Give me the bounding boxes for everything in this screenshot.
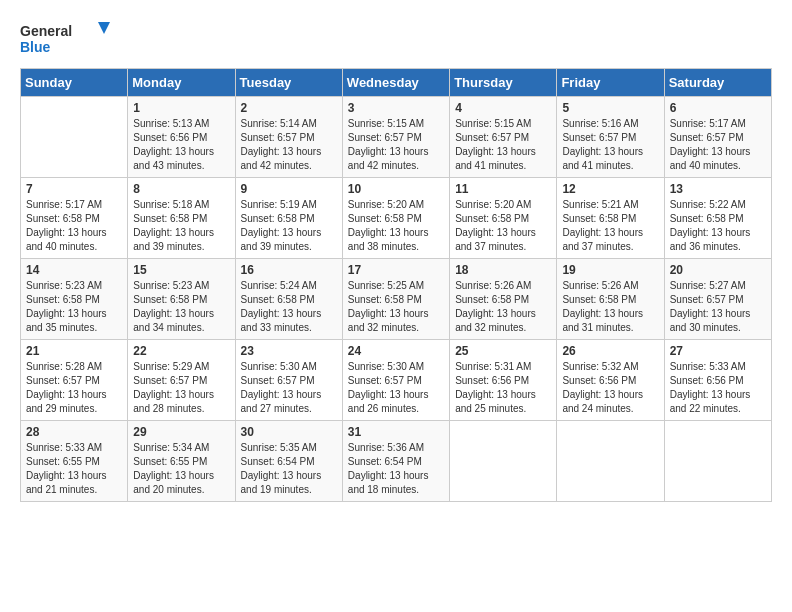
day-info: Sunrise: 5:16 AMSunset: 6:57 PMDaylight:… xyxy=(562,117,658,173)
day-number: 14 xyxy=(26,263,122,277)
calendar-cell: 5Sunrise: 5:16 AMSunset: 6:57 PMDaylight… xyxy=(557,97,664,178)
calendar-cell: 13Sunrise: 5:22 AMSunset: 6:58 PMDayligh… xyxy=(664,178,771,259)
day-number: 13 xyxy=(670,182,766,196)
calendar-cell: 15Sunrise: 5:23 AMSunset: 6:58 PMDayligh… xyxy=(128,259,235,340)
calendar-cell: 3Sunrise: 5:15 AMSunset: 6:57 PMDaylight… xyxy=(342,97,449,178)
day-info: Sunrise: 5:26 AMSunset: 6:58 PMDaylight:… xyxy=(562,279,658,335)
calendar-cell: 24Sunrise: 5:30 AMSunset: 6:57 PMDayligh… xyxy=(342,340,449,421)
day-info: Sunrise: 5:27 AMSunset: 6:57 PMDaylight:… xyxy=(670,279,766,335)
day-info: Sunrise: 5:35 AMSunset: 6:54 PMDaylight:… xyxy=(241,441,337,497)
weekday-header-sunday: Sunday xyxy=(21,69,128,97)
day-info: Sunrise: 5:18 AMSunset: 6:58 PMDaylight:… xyxy=(133,198,229,254)
calendar-cell: 16Sunrise: 5:24 AMSunset: 6:58 PMDayligh… xyxy=(235,259,342,340)
day-number: 17 xyxy=(348,263,444,277)
svg-marker-2 xyxy=(98,22,110,34)
calendar-cell: 30Sunrise: 5:35 AMSunset: 6:54 PMDayligh… xyxy=(235,421,342,502)
calendar-cell xyxy=(21,97,128,178)
day-number: 22 xyxy=(133,344,229,358)
calendar-cell: 29Sunrise: 5:34 AMSunset: 6:55 PMDayligh… xyxy=(128,421,235,502)
calendar-cell: 12Sunrise: 5:21 AMSunset: 6:58 PMDayligh… xyxy=(557,178,664,259)
day-info: Sunrise: 5:33 AMSunset: 6:55 PMDaylight:… xyxy=(26,441,122,497)
day-info: Sunrise: 5:29 AMSunset: 6:57 PMDaylight:… xyxy=(133,360,229,416)
day-number: 10 xyxy=(348,182,444,196)
week-row-3: 14Sunrise: 5:23 AMSunset: 6:58 PMDayligh… xyxy=(21,259,772,340)
day-info: Sunrise: 5:25 AMSunset: 6:58 PMDaylight:… xyxy=(348,279,444,335)
calendar-cell xyxy=(557,421,664,502)
day-info: Sunrise: 5:24 AMSunset: 6:58 PMDaylight:… xyxy=(241,279,337,335)
calendar-cell: 26Sunrise: 5:32 AMSunset: 6:56 PMDayligh… xyxy=(557,340,664,421)
calendar-cell xyxy=(450,421,557,502)
day-number: 23 xyxy=(241,344,337,358)
calendar-cell: 25Sunrise: 5:31 AMSunset: 6:56 PMDayligh… xyxy=(450,340,557,421)
logo: General Blue xyxy=(20,20,110,58)
day-number: 8 xyxy=(133,182,229,196)
svg-text:General: General xyxy=(20,23,72,39)
day-number: 18 xyxy=(455,263,551,277)
day-info: Sunrise: 5:13 AMSunset: 6:56 PMDaylight:… xyxy=(133,117,229,173)
week-row-5: 28Sunrise: 5:33 AMSunset: 6:55 PMDayligh… xyxy=(21,421,772,502)
day-number: 7 xyxy=(26,182,122,196)
calendar-cell: 18Sunrise: 5:26 AMSunset: 6:58 PMDayligh… xyxy=(450,259,557,340)
day-info: Sunrise: 5:17 AMSunset: 6:58 PMDaylight:… xyxy=(26,198,122,254)
weekday-header-thursday: Thursday xyxy=(450,69,557,97)
day-info: Sunrise: 5:30 AMSunset: 6:57 PMDaylight:… xyxy=(241,360,337,416)
day-number: 3 xyxy=(348,101,444,115)
week-row-2: 7Sunrise: 5:17 AMSunset: 6:58 PMDaylight… xyxy=(21,178,772,259)
calendar-cell: 17Sunrise: 5:25 AMSunset: 6:58 PMDayligh… xyxy=(342,259,449,340)
calendar-cell: 4Sunrise: 5:15 AMSunset: 6:57 PMDaylight… xyxy=(450,97,557,178)
weekday-header-tuesday: Tuesday xyxy=(235,69,342,97)
weekday-header-monday: Monday xyxy=(128,69,235,97)
day-number: 20 xyxy=(670,263,766,277)
calendar-cell: 23Sunrise: 5:30 AMSunset: 6:57 PMDayligh… xyxy=(235,340,342,421)
week-row-1: 1Sunrise: 5:13 AMSunset: 6:56 PMDaylight… xyxy=(21,97,772,178)
day-info: Sunrise: 5:22 AMSunset: 6:58 PMDaylight:… xyxy=(670,198,766,254)
day-info: Sunrise: 5:15 AMSunset: 6:57 PMDaylight:… xyxy=(348,117,444,173)
day-info: Sunrise: 5:19 AMSunset: 6:58 PMDaylight:… xyxy=(241,198,337,254)
day-number: 28 xyxy=(26,425,122,439)
weekday-header-row: SundayMondayTuesdayWednesdayThursdayFrid… xyxy=(21,69,772,97)
calendar-cell: 20Sunrise: 5:27 AMSunset: 6:57 PMDayligh… xyxy=(664,259,771,340)
logo-svg: General Blue xyxy=(20,20,110,58)
calendar-cell: 28Sunrise: 5:33 AMSunset: 6:55 PMDayligh… xyxy=(21,421,128,502)
day-number: 19 xyxy=(562,263,658,277)
day-number: 1 xyxy=(133,101,229,115)
calendar-cell: 31Sunrise: 5:36 AMSunset: 6:54 PMDayligh… xyxy=(342,421,449,502)
day-number: 6 xyxy=(670,101,766,115)
day-number: 2 xyxy=(241,101,337,115)
day-info: Sunrise: 5:20 AMSunset: 6:58 PMDaylight:… xyxy=(348,198,444,254)
day-number: 11 xyxy=(455,182,551,196)
calendar-cell: 11Sunrise: 5:20 AMSunset: 6:58 PMDayligh… xyxy=(450,178,557,259)
calendar-cell: 21Sunrise: 5:28 AMSunset: 6:57 PMDayligh… xyxy=(21,340,128,421)
weekday-header-friday: Friday xyxy=(557,69,664,97)
day-info: Sunrise: 5:23 AMSunset: 6:58 PMDaylight:… xyxy=(133,279,229,335)
week-row-4: 21Sunrise: 5:28 AMSunset: 6:57 PMDayligh… xyxy=(21,340,772,421)
day-info: Sunrise: 5:36 AMSunset: 6:54 PMDaylight:… xyxy=(348,441,444,497)
calendar-cell: 14Sunrise: 5:23 AMSunset: 6:58 PMDayligh… xyxy=(21,259,128,340)
day-number: 9 xyxy=(241,182,337,196)
calendar-cell: 7Sunrise: 5:17 AMSunset: 6:58 PMDaylight… xyxy=(21,178,128,259)
day-number: 15 xyxy=(133,263,229,277)
page-header: General Blue xyxy=(20,20,772,58)
day-info: Sunrise: 5:28 AMSunset: 6:57 PMDaylight:… xyxy=(26,360,122,416)
day-number: 30 xyxy=(241,425,337,439)
calendar-cell: 6Sunrise: 5:17 AMSunset: 6:57 PMDaylight… xyxy=(664,97,771,178)
day-info: Sunrise: 5:23 AMSunset: 6:58 PMDaylight:… xyxy=(26,279,122,335)
day-number: 24 xyxy=(348,344,444,358)
day-info: Sunrise: 5:14 AMSunset: 6:57 PMDaylight:… xyxy=(241,117,337,173)
calendar-table: SundayMondayTuesdayWednesdayThursdayFrid… xyxy=(20,68,772,502)
day-number: 4 xyxy=(455,101,551,115)
day-info: Sunrise: 5:34 AMSunset: 6:55 PMDaylight:… xyxy=(133,441,229,497)
day-number: 31 xyxy=(348,425,444,439)
calendar-cell: 9Sunrise: 5:19 AMSunset: 6:58 PMDaylight… xyxy=(235,178,342,259)
day-number: 16 xyxy=(241,263,337,277)
day-number: 21 xyxy=(26,344,122,358)
day-info: Sunrise: 5:20 AMSunset: 6:58 PMDaylight:… xyxy=(455,198,551,254)
calendar-cell: 1Sunrise: 5:13 AMSunset: 6:56 PMDaylight… xyxy=(128,97,235,178)
calendar-cell: 22Sunrise: 5:29 AMSunset: 6:57 PMDayligh… xyxy=(128,340,235,421)
day-number: 25 xyxy=(455,344,551,358)
day-info: Sunrise: 5:30 AMSunset: 6:57 PMDaylight:… xyxy=(348,360,444,416)
calendar-cell: 2Sunrise: 5:14 AMSunset: 6:57 PMDaylight… xyxy=(235,97,342,178)
weekday-header-saturday: Saturday xyxy=(664,69,771,97)
weekday-header-wednesday: Wednesday xyxy=(342,69,449,97)
calendar-cell: 8Sunrise: 5:18 AMSunset: 6:58 PMDaylight… xyxy=(128,178,235,259)
